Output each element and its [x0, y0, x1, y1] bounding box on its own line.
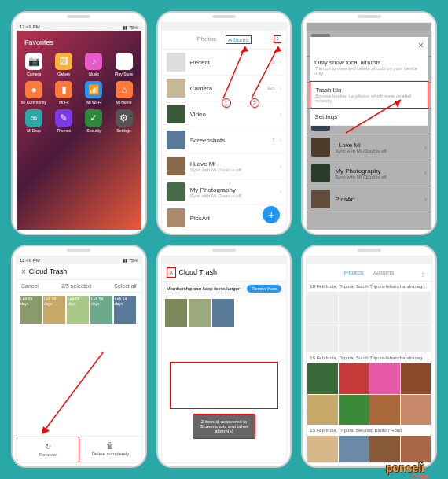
- photo-thumb[interactable]: [339, 363, 369, 393]
- tab-photos[interactable]: Photos: [196, 35, 216, 44]
- trash-thumb[interactable]: Left 59 days: [43, 296, 65, 324]
- recover-button[interactable]: ↻Recover: [17, 437, 79, 462]
- banner-text: Membership can keep items longer: [167, 286, 240, 291]
- app-icon[interactable]: ▶Play Store: [111, 53, 136, 76]
- fab-add[interactable]: +: [263, 206, 280, 223]
- phone-cloud-trash-select: 12:49 PM▮▮ 75% × Cloud Trash Cancel 2/5 …: [11, 245, 147, 469]
- photo-thumb[interactable]: [339, 436, 369, 462]
- phone-albums: Photos Albums ⋮ 1 2 Recent2›Camera335›Vi…: [156, 11, 292, 235]
- cloud-trash-title: Cloud Trash: [29, 267, 68, 275]
- phone-cloud-trash-result: × Cloud Trash Membership can keep items …: [156, 245, 292, 469]
- delete-button[interactable]: 🗑Delete completely: [79, 437, 141, 462]
- photo-thumb[interactable]: [369, 322, 399, 352]
- menu-item[interactable]: Settings: [310, 109, 428, 126]
- photo-thumb[interactable]: [401, 292, 431, 322]
- date-header: 15 Feb India, Tripura, Belonia, Bankar R…: [307, 426, 431, 435]
- favorites-title: Favorites: [24, 39, 137, 46]
- album-row[interactable]: Recent2›: [162, 50, 287, 76]
- app-icon[interactable]: ♪Music: [81, 53, 106, 76]
- photo-thumb[interactable]: [401, 322, 431, 352]
- photo-thumb[interactable]: [307, 395, 337, 425]
- tab-albums[interactable]: Albums: [373, 269, 395, 276]
- toast: 2 item(s) recovered to Screenshots and o…: [193, 414, 255, 439]
- selection-count: 2/5 selected: [61, 283, 91, 289]
- app-icon[interactable]: ●Mi Community: [21, 81, 46, 105]
- select-all-button[interactable]: Select all: [114, 283, 136, 289]
- phone-home: 12:49 PM▮▮ 75% Favorites 📷Camera🖼Gallery…: [11, 11, 147, 235]
- date-header: 16 Feb India, Tripura, South Tripura-Ish…: [307, 353, 431, 363]
- watermark: ponseli: [386, 462, 424, 474]
- svg-line-6: [42, 352, 103, 434]
- app-icon[interactable]: ⚙Settings: [111, 109, 136, 133]
- app-icon[interactable]: ∞Mi Drop: [21, 109, 46, 133]
- album-row[interactable]: Camera335›: [162, 76, 287, 101]
- photo-thumb[interactable]: [369, 436, 399, 462]
- tab-albums[interactable]: Albums: [226, 35, 252, 44]
- phone-menu-overlay: Recent2›Camera335›Video›Screenshots7›I L…: [301, 11, 437, 235]
- menu-item[interactable]: Only show local albumsTurn on to view an…: [310, 54, 428, 81]
- trash-thumb[interactable]: Left 59 days: [90, 296, 112, 324]
- phone-photos-list: Photos Albums ⋮ 18 Feb India, Tripura, S…: [301, 245, 437, 469]
- cloud-trash-title: Cloud Trash: [179, 268, 218, 276]
- app-icon[interactable]: 📷Camera: [21, 53, 46, 76]
- photo-thumb[interactable]: [339, 395, 369, 425]
- renew-button[interactable]: Renew Now: [247, 285, 281, 293]
- marker-1: 1: [222, 98, 231, 108]
- photo-thumb[interactable]: [369, 395, 399, 425]
- photo-thumb[interactable]: [339, 322, 369, 352]
- photo-thumb[interactable]: [307, 292, 337, 322]
- photo-thumb[interactable]: [401, 436, 431, 462]
- cancel-button[interactable]: Cancel: [21, 283, 39, 289]
- svg-marker-7: [42, 426, 50, 434]
- more-icon[interactable]: ⋮: [419, 269, 427, 278]
- photo-thumb[interactable]: [369, 363, 399, 393]
- trash-thumb[interactable]: Left 59 days: [67, 296, 89, 324]
- marker-2: 2: [250, 98, 259, 108]
- app-icon[interactable]: 📶Mi Wi-Fi: [81, 81, 106, 105]
- photo-thumb[interactable]: [307, 363, 337, 393]
- album-row[interactable]: Screenshots7›: [162, 127, 287, 153]
- app-icon[interactable]: ⌂Mi Home: [111, 81, 136, 105]
- app-icon[interactable]: ✓Security: [81, 109, 106, 133]
- photo-thumb[interactable]: [307, 436, 337, 462]
- album-row[interactable]: My PhotographySync with Mi Cloud is off›: [162, 179, 287, 205]
- photo-thumb[interactable]: [401, 395, 431, 425]
- close-icon[interactable]: ×: [21, 267, 26, 276]
- highlight-box: [170, 362, 279, 409]
- app-icon[interactable]: 🖼Gallery: [51, 53, 76, 76]
- album-row[interactable]: I Love MiSync with Mi Cloud is off›: [162, 153, 287, 179]
- app-icon[interactable]: ▮Mi Fit: [51, 81, 76, 105]
- trash-thumb[interactable]: Left 14 days: [114, 296, 136, 324]
- close-icon[interactable]: ×: [167, 267, 176, 278]
- date-header: 18 Feb India, Tripura, South Tripura-Ish…: [307, 282, 431, 291]
- menu-item[interactable]: Trash binBrowse backed up photos which w…: [310, 81, 428, 109]
- photo-thumb[interactable]: [401, 363, 431, 393]
- watermark-suffix: .COM: [410, 473, 428, 479]
- tabs: Photos Albums ⋮: [162, 31, 287, 50]
- photo-thumb[interactable]: [339, 292, 369, 322]
- tab-photos[interactable]: Photos: [344, 269, 364, 276]
- photo-thumb[interactable]: [369, 292, 399, 322]
- close-icon[interactable]: ×: [418, 40, 424, 51]
- app-icon[interactable]: ✎Themes: [51, 109, 76, 133]
- more-icon[interactable]: ⋮: [274, 35, 281, 43]
- photo-thumb[interactable]: [307, 322, 337, 352]
- status-bar: 12:49 PM▮▮ 75%: [17, 23, 141, 31]
- trash-thumb[interactable]: Left 59 days: [20, 296, 42, 324]
